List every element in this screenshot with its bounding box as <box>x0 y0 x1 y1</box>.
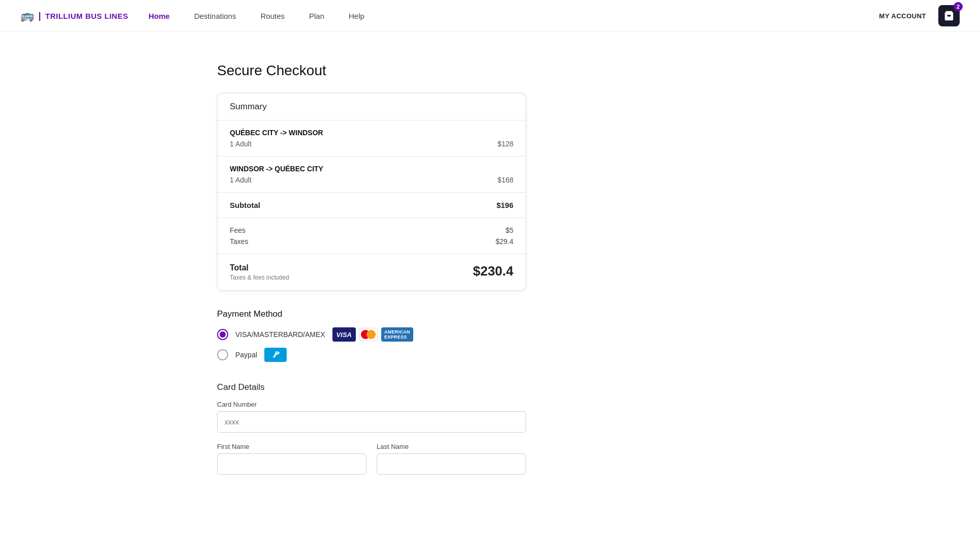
taxes-row: Taxes $29.4 <box>230 237 513 246</box>
nav-help[interactable]: Help <box>349 12 364 20</box>
summary-header: Summary <box>218 94 526 120</box>
total-label: Total <box>230 263 289 272</box>
fees-label: Fees <box>230 226 246 234</box>
payment-method-section: Payment Method VISA/MASTERBARD/AMEX VISA… <box>217 309 526 368</box>
subtotal-section: Subtotal $196 <box>218 193 526 218</box>
card-number-field: Card Number <box>217 401 526 433</box>
name-row: First Name Last Name <box>217 443 526 485</box>
nav-routes[interactable]: Routes <box>260 12 285 20</box>
page-title: Secure Checkout <box>217 63 326 79</box>
last-name-label: Last Name <box>377 443 526 450</box>
paypal-logo: 𝑷 <box>264 348 287 362</box>
trip1-detail-row: 1 Adult $128 <box>230 140 513 148</box>
total-row: Total Taxes & fees included $230.4 <box>230 263 513 281</box>
payment-option-visa[interactable]: VISA/MASTERBARD/AMEX VISA AMERICANEXPRES… <box>217 327 526 342</box>
subtotal-label: Subtotal <box>230 201 260 209</box>
trip1-section: QUÉBEC CITY -> WINDSOR 1 Adult $128 <box>218 120 526 157</box>
mc-circles <box>361 330 376 339</box>
trip1-passengers: 1 Adult <box>230 140 252 148</box>
my-account-link[interactable]: MY ACCOUNT <box>879 12 926 20</box>
total-amount: $230.4 <box>473 263 513 279</box>
visa-logo: VISA <box>332 327 356 342</box>
mc-orange-circle <box>366 330 376 339</box>
trip2-price: $168 <box>498 176 513 184</box>
mastercard-logo <box>359 328 378 341</box>
first-name-label: First Name <box>217 443 366 450</box>
last-name-field: Last Name <box>377 443 526 475</box>
total-note: Taxes & fees included <box>230 274 289 281</box>
brand-logo[interactable]: 🚌 | TRILLIUM BUS LINES <box>20 9 128 22</box>
payment-option-paypal[interactable]: Paypal 𝑷 <box>217 348 526 362</box>
card-details-section: Card Details Card Number First Name Last… <box>217 382 526 485</box>
nav-home[interactable]: Home <box>148 12 170 20</box>
brand-name: TRILLIUM BUS LINES <box>45 12 128 20</box>
fees-row: Fees $5 <box>230 226 513 234</box>
nav-links: Home Destinations Routes Plan Help <box>148 12 859 20</box>
trip2-detail-row: 1 Adult $168 <box>230 176 513 184</box>
radio-paypal[interactable] <box>217 349 228 360</box>
trip2-section: WINDSOR -> QUÉBEC CITY 1 Adult $168 <box>218 157 526 193</box>
first-name-input[interactable] <box>217 453 366 475</box>
trip1-price: $128 <box>498 140 513 148</box>
last-name-input[interactable] <box>377 453 526 475</box>
first-name-field: First Name <box>217 443 366 475</box>
payment-section-title: Payment Method <box>217 309 526 319</box>
nav-destinations[interactable]: Destinations <box>194 12 236 20</box>
cart-button[interactable]: 2 <box>938 5 960 26</box>
subtotal-value: $196 <box>497 201 513 209</box>
cart-badge: 2 <box>954 2 963 11</box>
amex-logo: AMERICANEXPRESS <box>381 327 413 342</box>
total-section: Total Taxes & fees included $230.4 <box>218 254 526 290</box>
total-label-group: Total Taxes & fees included <box>230 263 289 281</box>
nav-plan[interactable]: Plan <box>309 12 324 20</box>
card-number-input[interactable] <box>217 411 526 433</box>
fees-taxes-section: Fees $5 Taxes $29.4 <box>218 218 526 254</box>
card-details-title: Card Details <box>217 382 526 392</box>
cart-icon <box>943 10 955 21</box>
bus-icon: 🚌 <box>20 9 35 22</box>
trip1-route: QUÉBEC CITY -> WINDSOR <box>230 129 513 137</box>
fees-value: $5 <box>505 226 513 234</box>
trip2-route: WINDSOR -> QUÉBEC CITY <box>230 165 513 173</box>
main-content: Secure Checkout Summary QUÉBEC CITY -> W… <box>0 32 539 515</box>
card-number-label: Card Number <box>217 401 526 408</box>
radio-visa[interactable] <box>217 329 228 340</box>
taxes-label: Taxes <box>230 237 249 246</box>
trip2-passengers: 1 Adult <box>230 176 252 184</box>
nav-right: MY ACCOUNT 2 <box>879 5 960 26</box>
taxes-value: $29.4 <box>496 237 513 246</box>
navbar: 🚌 | TRILLIUM BUS LINES Home Destinations… <box>0 0 980 32</box>
summary-card: Summary QUÉBEC CITY -> WINDSOR 1 Adult $… <box>217 93 526 291</box>
payment-paypal-label: Paypal <box>235 351 257 359</box>
card-logos: VISA AMERICANEXPRESS <box>332 327 413 342</box>
subtotal-row: Subtotal $196 <box>230 201 513 209</box>
payment-visa-label: VISA/MASTERBARD/AMEX <box>235 330 325 339</box>
